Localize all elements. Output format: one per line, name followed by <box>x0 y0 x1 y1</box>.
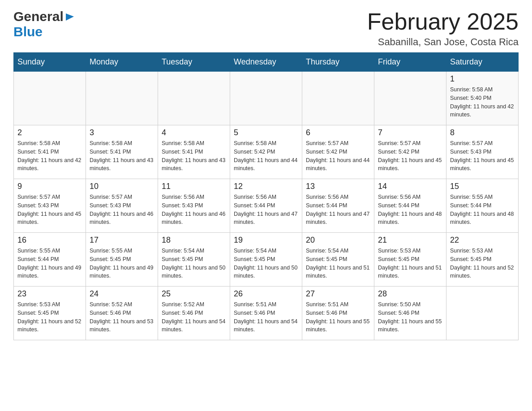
logo-general-text: General <box>13 9 64 24</box>
day-number: 26 <box>234 289 298 299</box>
day-number: 17 <box>90 235 154 245</box>
day-number: 10 <box>90 182 154 191</box>
calendar-cell: 20Sunrise: 5:54 AMSunset: 5:45 PMDayligh… <box>302 233 374 287</box>
day-number: 5 <box>234 128 298 137</box>
day-info: Sunrise: 5:53 AMSunset: 5:45 PMDaylight:… <box>450 247 515 280</box>
calendar-cell <box>302 72 374 125</box>
day-number: 19 <box>234 235 298 245</box>
day-number: 24 <box>90 289 154 299</box>
calendar-cell: 28Sunrise: 5:50 AMSunset: 5:46 PMDayligh… <box>374 287 446 340</box>
calendar-cell: 21Sunrise: 5:53 AMSunset: 5:45 PMDayligh… <box>374 233 446 287</box>
calendar-cell: 17Sunrise: 5:55 AMSunset: 5:45 PMDayligh… <box>86 233 158 287</box>
day-number: 9 <box>17 182 82 191</box>
calendar-week-row: 23Sunrise: 5:53 AMSunset: 5:45 PMDayligh… <box>14 287 519 340</box>
calendar-cell <box>446 287 519 340</box>
day-info: Sunrise: 5:58 AMSunset: 5:40 PMDaylight:… <box>450 86 515 119</box>
calendar-cell: 22Sunrise: 5:53 AMSunset: 5:45 PMDayligh… <box>446 233 519 287</box>
day-info: Sunrise: 5:55 AMSunset: 5:45 PMDaylight:… <box>90 247 154 280</box>
day-number: 27 <box>306 289 370 299</box>
calendar-week-row: 9Sunrise: 5:57 AMSunset: 5:43 PMDaylight… <box>14 179 519 233</box>
day-number: 22 <box>450 235 515 245</box>
day-info: Sunrise: 5:52 AMSunset: 5:46 PMDaylight:… <box>90 300 154 334</box>
calendar-week-row: 1Sunrise: 5:58 AMSunset: 5:40 PMDaylight… <box>14 72 519 125</box>
col-friday: Friday <box>374 53 446 72</box>
calendar-cell: 2Sunrise: 5:58 AMSunset: 5:41 PMDaylight… <box>14 125 86 179</box>
calendar-title: February 2025 <box>367 9 519 34</box>
day-number: 2 <box>17 128 82 137</box>
day-number: 18 <box>162 235 226 245</box>
day-info: Sunrise: 5:57 AMSunset: 5:43 PMDaylight:… <box>17 193 82 227</box>
day-number: 15 <box>450 182 515 191</box>
calendar-table: Sunday Monday Tuesday Wednesday Thursday… <box>13 52 519 340</box>
day-info: Sunrise: 5:56 AMSunset: 5:44 PMDaylight:… <box>378 193 442 227</box>
logo-arrow-icon <box>65 12 75 23</box>
calendar-cell: 26Sunrise: 5:51 AMSunset: 5:46 PMDayligh… <box>230 287 302 340</box>
calendar-cell: 18Sunrise: 5:54 AMSunset: 5:45 PMDayligh… <box>158 233 230 287</box>
day-number: 7 <box>378 128 442 137</box>
calendar-cell: 9Sunrise: 5:57 AMSunset: 5:43 PMDaylight… <box>14 179 86 233</box>
day-number: 21 <box>378 235 442 245</box>
title-block: February 2025 Sabanilla, San Jose, Costa… <box>367 9 519 48</box>
calendar-cell: 24Sunrise: 5:52 AMSunset: 5:46 PMDayligh… <box>86 287 158 340</box>
calendar-cell: 16Sunrise: 5:55 AMSunset: 5:44 PMDayligh… <box>14 233 86 287</box>
day-number: 1 <box>450 74 515 84</box>
calendar-cell <box>86 72 158 125</box>
day-info: Sunrise: 5:57 AMSunset: 5:43 PMDaylight:… <box>450 139 515 173</box>
calendar-cell <box>374 72 446 125</box>
calendar-cell: 6Sunrise: 5:57 AMSunset: 5:42 PMDaylight… <box>302 125 374 179</box>
day-number: 23 <box>17 289 82 299</box>
calendar-subtitle: Sabanilla, San Jose, Costa Rica <box>367 36 519 48</box>
day-info: Sunrise: 5:53 AMSunset: 5:45 PMDaylight:… <box>378 247 442 280</box>
day-number: 14 <box>378 182 442 191</box>
day-number: 20 <box>306 235 370 245</box>
calendar-cell: 8Sunrise: 5:57 AMSunset: 5:43 PMDaylight… <box>446 125 519 179</box>
col-thursday: Thursday <box>302 53 374 72</box>
calendar-cell: 10Sunrise: 5:57 AMSunset: 5:43 PMDayligh… <box>86 179 158 233</box>
page-header: General Blue February 2025 Sabanilla, Sa… <box>13 9 519 48</box>
day-info: Sunrise: 5:56 AMSunset: 5:44 PMDaylight:… <box>306 193 370 227</box>
day-info: Sunrise: 5:53 AMSunset: 5:45 PMDaylight:… <box>17 300 82 334</box>
day-number: 25 <box>162 289 226 299</box>
day-info: Sunrise: 5:55 AMSunset: 5:44 PMDaylight:… <box>450 193 515 227</box>
calendar-header-row: Sunday Monday Tuesday Wednesday Thursday… <box>14 53 519 72</box>
calendar-cell: 13Sunrise: 5:56 AMSunset: 5:44 PMDayligh… <box>302 179 374 233</box>
day-number: 12 <box>234 182 298 191</box>
day-info: Sunrise: 5:58 AMSunset: 5:41 PMDaylight:… <box>90 139 154 173</box>
calendar-cell: 12Sunrise: 5:56 AMSunset: 5:44 PMDayligh… <box>230 179 302 233</box>
calendar-cell: 11Sunrise: 5:56 AMSunset: 5:43 PMDayligh… <box>158 179 230 233</box>
calendar-cell <box>230 72 302 125</box>
calendar-cell <box>14 72 86 125</box>
day-number: 16 <box>17 235 82 245</box>
day-info: Sunrise: 5:52 AMSunset: 5:46 PMDaylight:… <box>162 300 226 334</box>
col-sunday: Sunday <box>14 53 86 72</box>
day-info: Sunrise: 5:57 AMSunset: 5:43 PMDaylight:… <box>90 193 154 227</box>
calendar-cell: 5Sunrise: 5:58 AMSunset: 5:42 PMDaylight… <box>230 125 302 179</box>
day-number: 28 <box>378 289 442 299</box>
calendar-cell <box>158 72 230 125</box>
day-info: Sunrise: 5:51 AMSunset: 5:46 PMDaylight:… <box>306 300 370 334</box>
logo-blue-text: Blue <box>13 24 43 39</box>
day-info: Sunrise: 5:51 AMSunset: 5:46 PMDaylight:… <box>234 300 298 334</box>
day-number: 8 <box>450 128 515 137</box>
day-info: Sunrise: 5:54 AMSunset: 5:45 PMDaylight:… <box>234 247 298 280</box>
day-info: Sunrise: 5:54 AMSunset: 5:45 PMDaylight:… <box>306 247 370 280</box>
day-info: Sunrise: 5:54 AMSunset: 5:45 PMDaylight:… <box>162 247 226 280</box>
day-info: Sunrise: 5:56 AMSunset: 5:44 PMDaylight:… <box>234 193 298 227</box>
day-number: 4 <box>162 128 226 137</box>
col-wednesday: Wednesday <box>230 53 302 72</box>
calendar-cell: 1Sunrise: 5:58 AMSunset: 5:40 PMDaylight… <box>446 72 519 125</box>
calendar-cell: 4Sunrise: 5:58 AMSunset: 5:41 PMDaylight… <box>158 125 230 179</box>
col-tuesday: Tuesday <box>158 53 230 72</box>
calendar-week-row: 2Sunrise: 5:58 AMSunset: 5:41 PMDaylight… <box>14 125 519 179</box>
calendar-cell: 25Sunrise: 5:52 AMSunset: 5:46 PMDayligh… <box>158 287 230 340</box>
day-info: Sunrise: 5:50 AMSunset: 5:46 PMDaylight:… <box>378 300 442 334</box>
calendar-cell: 3Sunrise: 5:58 AMSunset: 5:41 PMDaylight… <box>86 125 158 179</box>
day-info: Sunrise: 5:56 AMSunset: 5:43 PMDaylight:… <box>162 193 226 227</box>
day-number: 13 <box>306 182 370 191</box>
day-info: Sunrise: 5:55 AMSunset: 5:44 PMDaylight:… <box>17 247 82 280</box>
day-number: 6 <box>306 128 370 137</box>
svg-marker-0 <box>66 13 74 21</box>
calendar-cell: 27Sunrise: 5:51 AMSunset: 5:46 PMDayligh… <box>302 287 374 340</box>
calendar-cell: 19Sunrise: 5:54 AMSunset: 5:45 PMDayligh… <box>230 233 302 287</box>
day-number: 11 <box>162 182 226 191</box>
